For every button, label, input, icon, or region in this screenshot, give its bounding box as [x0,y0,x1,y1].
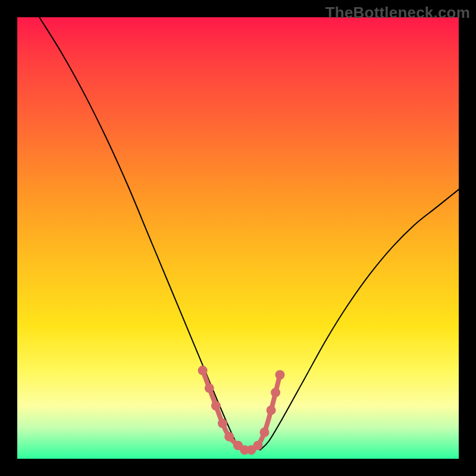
watermark-text: TheBottleneck.com [325,4,470,22]
chart-gradient-background [17,17,459,459]
